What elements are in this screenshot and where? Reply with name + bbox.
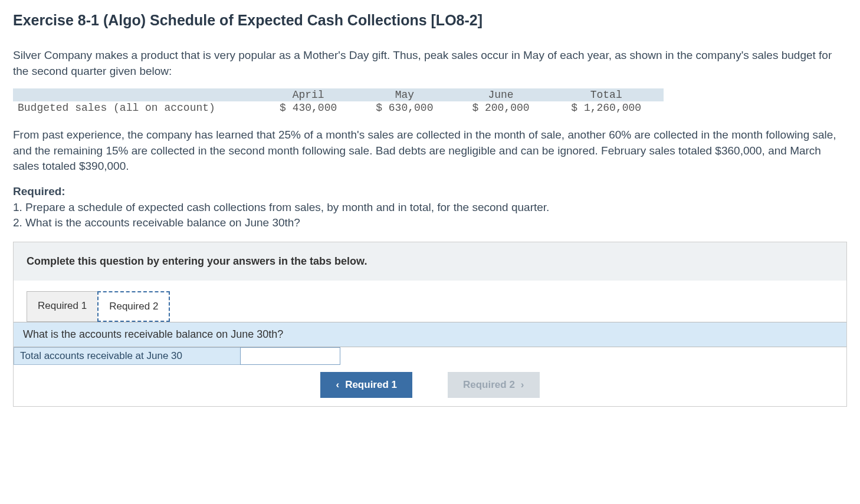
subprompt: What is the accounts receivable balance … [14,322,846,347]
intro-paragraph: Silver Company makes a product that is v… [13,48,847,79]
cell-may: $ 630,000 [356,101,452,114]
cell-april: $ 430,000 [260,101,356,114]
next-label: Required 2 [463,379,515,391]
chevron-right-icon: › [521,379,524,391]
requirement-1: 1. Prepare a schedule of expected cash c… [13,201,549,213]
next-button: Required 2 › [448,372,540,398]
nav-buttons: ‹ Required 1 Required 2 › [14,365,846,406]
tab-required-2[interactable]: Required 2 [97,291,170,322]
instruction-bar: Complete this question by entering your … [14,242,846,281]
cell-june: $ 200,000 [452,101,549,114]
prev-label: Required 1 [345,379,397,391]
accounts-receivable-input[interactable] [240,347,340,365]
exercise-title: Exercise 8-1 (Algo) Schedule of Expected… [13,12,847,29]
answer-area: Complete this question by entering your … [13,242,847,407]
cell-total: $ 1,260,000 [549,101,664,114]
chevron-left-icon: ‹ [336,379,339,391]
header-june: June [452,88,549,101]
header-april: April [260,88,356,101]
row-label: Budgeted sales (all on account) [13,101,260,114]
sales-budget-table: April May June Total Budgeted sales (all… [13,88,664,114]
body-paragraph: From past experience, the company has le… [13,127,847,174]
tab-required-1[interactable]: Required 1 [27,291,98,322]
answer-label: Total accounts receivable at June 30 [14,347,241,365]
prev-button[interactable]: ‹ Required 1 [320,372,412,398]
tabs-container: Required 1 Required 2 [14,281,846,322]
table-row: Budgeted sales (all on account) $ 430,00… [13,101,664,114]
required-heading: Required: [13,185,65,197]
requirement-2: 2. What is the accounts receivable balan… [13,216,300,229]
header-blank [13,88,260,101]
header-total: Total [549,88,664,101]
answer-row: Total accounts receivable at June 30 [14,347,846,365]
table-header-row: April May June Total [13,88,664,101]
header-may: May [356,88,452,101]
